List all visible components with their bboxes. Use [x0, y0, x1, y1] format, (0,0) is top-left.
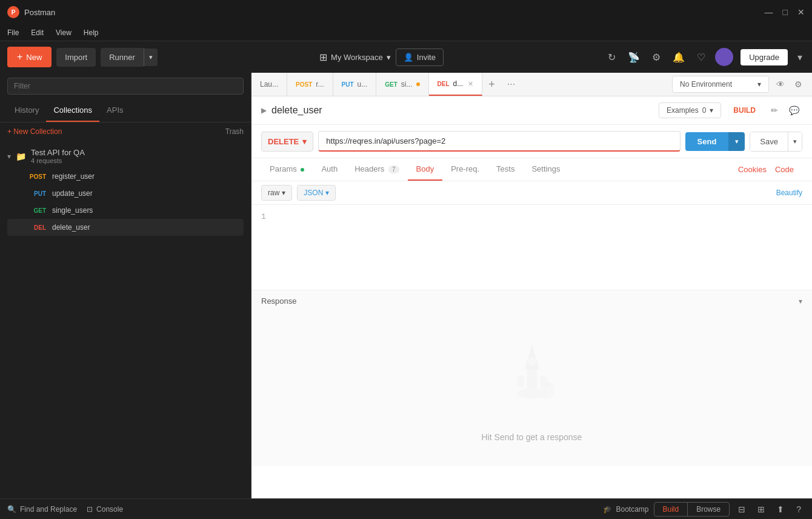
cookies-link[interactable]: Cookies [738, 159, 767, 180]
request-item-register[interactable]: POST register_user [7, 168, 244, 185]
save-dropdown-button[interactable]: ▾ [788, 132, 802, 151]
code-editor[interactable]: 1 [251, 205, 812, 290]
menu-file[interactable]: File [7, 28, 19, 37]
workspace-button[interactable]: ⊞ My Workspace ▾ [319, 52, 391, 63]
body-type-label: raw [268, 189, 279, 197]
format-label: JSON [304, 189, 323, 197]
maximize-button[interactable]: □ [783, 7, 788, 17]
subtab-auth[interactable]: Auth [313, 158, 346, 181]
send-button[interactable]: Send [685, 132, 729, 151]
subtab-auth-label: Auth [321, 164, 338, 173]
body-toolbar: raw ▾ JSON ▾ Beautify [251, 181, 812, 205]
menu-help[interactable]: Help [84, 28, 99, 37]
bottom-import-button[interactable]: ⬆ [773, 503, 788, 516]
settings-button[interactable]: ⚙ [650, 49, 663, 65]
send-dropdown-button[interactable]: ▾ [728, 132, 745, 151]
trash-button[interactable]: Trash [225, 127, 244, 136]
build-button[interactable]: BUILD [726, 103, 763, 118]
request-panel: Lau... POST r... PUT u... GET si... DEL [251, 73, 812, 498]
request-item-update[interactable]: PUT update_user [7, 185, 244, 202]
workspace-icon: ⊞ [319, 52, 327, 63]
body-type-select[interactable]: raw ▾ [261, 185, 292, 201]
code-content[interactable] [276, 212, 802, 283]
bootcamp-button[interactable]: 🎓 Bootcamp [603, 505, 648, 514]
upgrade-dropdown-button[interactable]: ▾ [795, 49, 805, 65]
svg-rect-3 [517, 375, 524, 387]
sidebar-tab-apis[interactable]: APIs [99, 99, 130, 122]
request-item-single[interactable]: GET single_users [7, 202, 244, 219]
notifications-button[interactable]: 🔔 [670, 49, 687, 65]
runner-button-group: Runner ▾ [101, 48, 158, 67]
bottom-help-button[interactable]: ? [793, 503, 805, 516]
toolbar-center: ⊞ My Workspace ▾ 👤 Invite [162, 49, 601, 66]
subtab-body[interactable]: Body [408, 158, 443, 181]
satellite-button[interactable]: 📡 [625, 49, 642, 65]
subtab-prereq[interactable]: Pre-req. [442, 158, 488, 181]
code-link[interactable]: Code [767, 159, 802, 180]
environment-dropdown[interactable]: No Environment ▾ [672, 76, 769, 93]
workspace-label: My Workspace [331, 53, 383, 62]
menu-edit[interactable]: Edit [31, 28, 44, 37]
environment-eye-button[interactable]: 👁 [774, 77, 787, 92]
format-select[interactable]: JSON ▾ [297, 185, 336, 201]
new-button[interactable]: + New [7, 47, 52, 67]
more-tabs-button[interactable]: ··· [501, 79, 521, 90]
avatar[interactable] [715, 48, 733, 66]
params-green-dot [301, 168, 304, 172]
environment-settings-button[interactable]: ⚙ [792, 77, 805, 92]
save-button[interactable]: Save [750, 132, 788, 151]
runner-dropdown-button[interactable]: ▾ [144, 49, 158, 66]
tab-close-icon[interactable]: ✕ [468, 80, 473, 88]
bottom-layout-1-button[interactable]: ⊟ [734, 503, 749, 516]
sidebar-actions: + New Collection Trash [0, 122, 251, 141]
console-icon: ⊡ [87, 505, 93, 514]
find-replace-button[interactable]: 🔍 Find and Replace [7, 505, 77, 514]
tab-launch[interactable]: Lau... [251, 73, 287, 96]
sync-button[interactable]: ↻ [605, 49, 618, 65]
menu-view[interactable]: View [56, 28, 72, 37]
sidebar: History Collections APIs + New Collectio… [0, 73, 251, 498]
request-title-arrow[interactable]: ▶ [261, 106, 267, 115]
add-tab-button[interactable]: + [482, 78, 501, 91]
new-collection-button[interactable]: + New Collection [7, 127, 62, 136]
send-button-group: Send ▾ [685, 132, 745, 151]
close-button[interactable]: ✕ [797, 7, 805, 17]
bottom-layout-2-button[interactable]: ⊞ [754, 503, 768, 516]
edit-icon-button[interactable]: ✏ [768, 102, 781, 118]
collection-count: 4 requests [31, 157, 85, 164]
upgrade-button[interactable]: Upgrade [740, 49, 788, 65]
subtab-params[interactable]: Params [261, 158, 313, 181]
heart-button[interactable]: ♡ [694, 49, 708, 65]
search-input[interactable] [7, 78, 244, 95]
subtab-params-label: Params [270, 164, 297, 173]
console-button[interactable]: ⊡ Console [87, 505, 123, 514]
minimize-button[interactable]: — [765, 7, 773, 17]
tab-delete[interactable]: DEL d... ✕ [429, 73, 483, 96]
tab-post[interactable]: POST r... [287, 73, 333, 96]
browse-tab-button[interactable]: Browse [688, 503, 729, 516]
subtab-tests[interactable]: Tests [488, 158, 523, 181]
svg-point-5 [528, 357, 536, 366]
build-tab-button[interactable]: Build [654, 503, 688, 516]
collection-item: ▾ 📁 Test API for QA 4 requests POST regi… [0, 141, 251, 239]
bootcamp-label: Bootcamp [616, 505, 648, 514]
sidebar-tab-history[interactable]: History [7, 99, 46, 122]
beautify-button[interactable]: Beautify [776, 189, 802, 197]
tab-get[interactable]: GET si... [376, 73, 428, 96]
response-header[interactable]: Response ▾ [251, 290, 812, 312]
comment-icon-button[interactable]: 💬 [786, 102, 802, 118]
request-item-delete[interactable]: DEL delete_user [7, 219, 244, 236]
subtab-headers[interactable]: Headers 7 [346, 158, 407, 181]
method-select[interactable]: DELETE ▾ [261, 132, 313, 152]
sidebar-tab-collections[interactable]: Collections [46, 99, 99, 122]
examples-button[interactable]: Examples 0 ▾ [659, 102, 721, 118]
subtab-settings[interactable]: Settings [523, 158, 568, 181]
collection-header[interactable]: ▾ 📁 Test API for QA 4 requests [7, 144, 244, 168]
body-type-chevron-icon: ▾ [282, 189, 285, 197]
import-button[interactable]: Import [56, 48, 96, 67]
runner-main-button[interactable]: Runner [101, 48, 144, 67]
tab-put[interactable]: PUT u... [333, 73, 377, 96]
collection-name: Test API for QA [31, 148, 85, 157]
url-input[interactable] [318, 131, 680, 152]
invite-button[interactable]: 👤 Invite [396, 49, 444, 66]
